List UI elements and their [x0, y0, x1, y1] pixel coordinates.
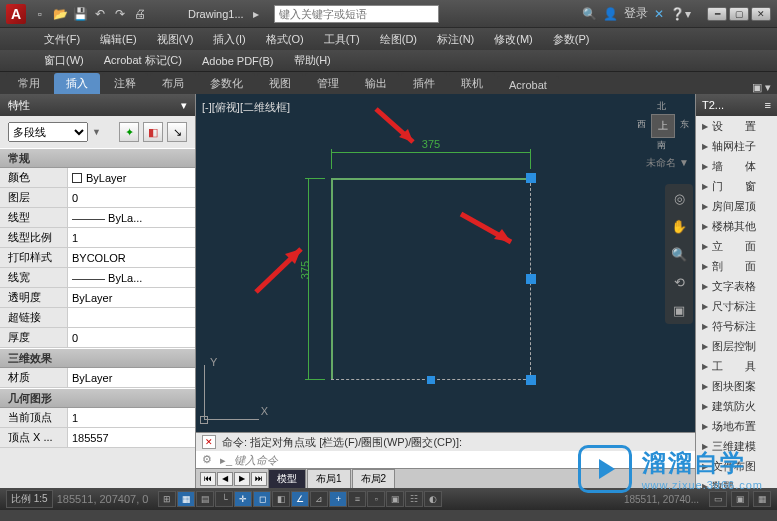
search-input[interactable]: [279, 8, 434, 20]
layout-tab[interactable]: 模型: [268, 469, 306, 489]
quick-select-button[interactable]: ✦: [119, 122, 139, 142]
menu-item[interactable]: 视图(V): [149, 30, 202, 49]
ribbon-tab[interactable]: 视图: [257, 73, 303, 94]
property-row[interactable]: 材质ByLayer: [0, 368, 195, 388]
property-row[interactable]: 厚度0: [0, 328, 195, 348]
minimize-button[interactable]: ━: [707, 7, 727, 21]
sb-infer[interactable]: ⊞: [158, 491, 176, 507]
view-cube[interactable]: 北 南 西 东 上: [637, 100, 689, 152]
viewport[interactable]: 375 375 Y X: [196, 114, 695, 460]
ribbon-tab[interactable]: 插入: [54, 73, 100, 94]
palette-item[interactable]: ▶立 面: [696, 236, 777, 256]
viewcube-north[interactable]: 北: [657, 100, 666, 113]
redo-icon[interactable]: ↷: [112, 6, 128, 22]
palette-item[interactable]: ▶设 置: [696, 116, 777, 136]
print-icon[interactable]: 🖨: [132, 6, 148, 22]
save-icon[interactable]: 💾: [72, 6, 88, 22]
menu-item[interactable]: 插入(I): [205, 30, 253, 49]
palette-item[interactable]: ▶场地布置: [696, 416, 777, 436]
command-input-row[interactable]: ⚙ ▸_ 键入命令: [196, 451, 695, 469]
palette-item[interactable]: ▶剖 面: [696, 256, 777, 276]
menu-item[interactable]: 工具(T): [316, 30, 368, 49]
grip-mr[interactable]: [526, 274, 536, 284]
property-value[interactable]: 0: [68, 188, 195, 207]
pan-icon[interactable]: ✋: [669, 216, 689, 236]
ribbon-tab[interactable]: 常用: [6, 73, 52, 94]
ribbon-tab[interactable]: 布局: [150, 73, 196, 94]
zoom-extents-icon[interactable]: 🔍: [669, 244, 689, 264]
annotation-scale[interactable]: 比例 1:5: [6, 490, 53, 508]
orbit-icon[interactable]: ⟲: [669, 272, 689, 292]
ribbon-tab[interactable]: Acrobat: [497, 76, 559, 94]
palette-item[interactable]: ▶楼梯其他: [696, 216, 777, 236]
search-box[interactable]: [274, 5, 439, 23]
menu-item[interactable]: 修改(M): [486, 30, 541, 49]
select-objects-button[interactable]: ◧: [143, 122, 163, 142]
layout-next-icon[interactable]: ▶: [234, 472, 250, 486]
command-gear-icon[interactable]: ⚙: [202, 453, 216, 467]
grip-tr[interactable]: [526, 173, 536, 183]
palette-item[interactable]: ▶工 具: [696, 356, 777, 376]
open-icon[interactable]: 📂: [52, 6, 68, 22]
polyline-rectangle[interactable]: [331, 178, 531, 380]
property-value[interactable]: 1: [68, 228, 195, 247]
sb-3dosnap[interactable]: ◧: [272, 491, 290, 507]
sb-lwt[interactable]: ≡: [348, 491, 366, 507]
property-row[interactable]: 颜色ByLayer: [0, 168, 195, 188]
exchange-icon[interactable]: ✕: [654, 7, 664, 21]
menu-item[interactable]: 绘图(D): [372, 30, 425, 49]
ribbon-tab[interactable]: 注释: [102, 73, 148, 94]
palette-item[interactable]: ▶图块图案: [696, 376, 777, 396]
viewcube-unnamed[interactable]: 未命名 ▼: [646, 156, 689, 170]
menu-item[interactable]: 编辑(E): [92, 30, 145, 49]
layout-tab[interactable]: 布局1: [307, 469, 351, 489]
new-icon[interactable]: ▫: [32, 6, 48, 22]
showmotion-icon[interactable]: ▣: [669, 300, 689, 320]
pickset-button[interactable]: ↘: [167, 122, 187, 142]
menu-item[interactable]: 标注(N): [429, 30, 482, 49]
property-value[interactable]: ——— ByLa...: [68, 268, 195, 287]
grip-br[interactable]: [526, 375, 536, 385]
palette-item[interactable]: ▶轴网柱子: [696, 136, 777, 156]
maximize-button[interactable]: ▢: [729, 7, 749, 21]
palette-item[interactable]: ▶文件布图: [696, 456, 777, 476]
sb-sc[interactable]: ☷: [405, 491, 423, 507]
menu-item[interactable]: 窗口(W): [36, 51, 92, 70]
steering-wheel-icon[interactable]: ◎: [669, 188, 689, 208]
sb-dyn[interactable]: +: [329, 491, 347, 507]
ribbon-tab[interactable]: 参数化: [198, 73, 255, 94]
sb-osnap[interactable]: ◻: [253, 491, 271, 507]
property-row[interactable]: 打印样式BYCOLOR: [0, 248, 195, 268]
property-value[interactable]: ByLayer: [68, 368, 195, 387]
sb-ortho[interactable]: └: [215, 491, 233, 507]
property-group-header[interactable]: 常规: [0, 148, 195, 168]
property-group-header[interactable]: 三维效果: [0, 348, 195, 368]
property-row[interactable]: 图层0: [0, 188, 195, 208]
palette-item[interactable]: ▶三维建模: [696, 436, 777, 456]
property-value[interactable]: 1: [68, 408, 195, 427]
sb-model-button[interactable]: ▭: [709, 491, 727, 507]
palette-item[interactable]: ▶墙 体: [696, 156, 777, 176]
property-row[interactable]: 当前顶点1: [0, 408, 195, 428]
help-icon[interactable]: ❔▾: [670, 7, 691, 21]
tool-palette-menu-icon[interactable]: ≡: [765, 99, 771, 111]
menu-item[interactable]: 文件(F): [36, 30, 88, 49]
property-row[interactable]: 线型——— ByLa...: [0, 208, 195, 228]
palette-item[interactable]: ▶文字表格: [696, 276, 777, 296]
ribbon-tab[interactable]: 输出: [353, 73, 399, 94]
property-row[interactable]: 透明度ByLayer: [0, 288, 195, 308]
menu-item[interactable]: 格式(O): [258, 30, 312, 49]
sb-qp[interactable]: ▣: [386, 491, 404, 507]
property-row[interactable]: 线宽——— ByLa...: [0, 268, 195, 288]
app-logo[interactable]: A: [6, 4, 26, 24]
property-value[interactable]: ——— ByLa...: [68, 208, 195, 227]
sb-quickview-dwg[interactable]: ▦: [753, 491, 771, 507]
property-group-header[interactable]: 几何图形: [0, 388, 195, 408]
login-link[interactable]: 登录: [624, 5, 648, 22]
undo-icon[interactable]: ↶: [92, 6, 108, 22]
sb-snap[interactable]: ▦: [177, 491, 195, 507]
menu-item[interactable]: 参数(P): [545, 30, 598, 49]
property-row[interactable]: 线型比例1: [0, 228, 195, 248]
menu-item[interactable]: Adobe PDF(B): [194, 53, 282, 69]
layout-tab[interactable]: 布局2: [352, 469, 396, 489]
